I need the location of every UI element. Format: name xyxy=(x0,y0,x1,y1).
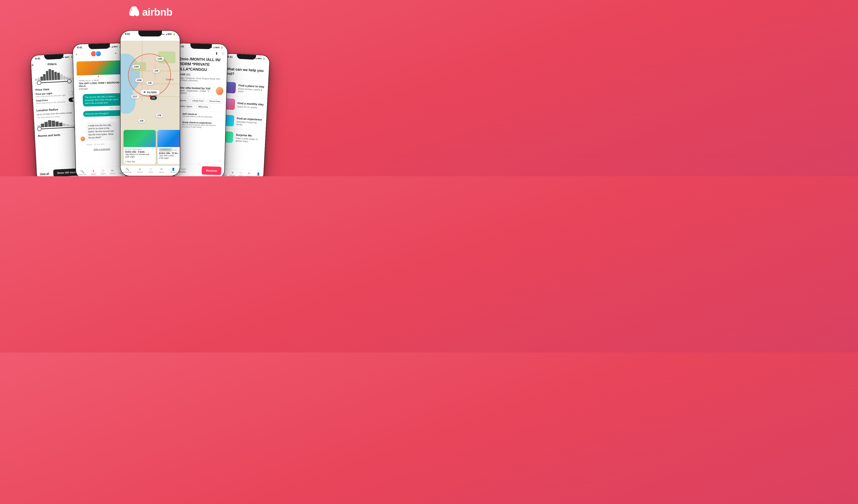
experience-sub: Activities hosted by locals xyxy=(236,120,263,127)
card-name-2: 75% OFF! LONG... xyxy=(159,155,180,157)
phone-notch xyxy=(89,44,110,49)
profile-icon: 👤 xyxy=(172,168,175,171)
great-checkin-sub: 95% of recent guests gave the check-in p… xyxy=(182,124,222,129)
property-info: ENTIRE VILLA · 11 BEDS 75% OFF! LONG TER… xyxy=(77,77,124,92)
nav-profile[interactable]: 👤 PROFILE xyxy=(170,168,177,173)
nav-saved[interactable]: ♥ SAVED xyxy=(137,168,143,173)
price-pin-45[interactable]: £45 xyxy=(146,81,153,85)
nav-saved[interactable]: ♥ SAVED xyxy=(91,169,96,175)
listing-card-image-2 xyxy=(157,130,180,147)
price-range-min-thumb[interactable] xyxy=(37,81,42,85)
location-radius-title: Location Radius xyxy=(36,107,77,112)
received-bubble: I really love the first villa, and it's … xyxy=(86,122,117,141)
message-sent-2: What are your thoughts? xyxy=(83,110,124,117)
listing-card-1[interactable]: ★ 4.45 Kuta Utara Entire villa · 3 beds … xyxy=(124,130,156,164)
price-unit: / night xyxy=(180,168,186,170)
surprise-sub: View a wide range of global stays xyxy=(236,137,262,143)
rating-number: 4.60 xyxy=(180,73,185,76)
nav-trips[interactable]: ⬡ TRIPS xyxy=(148,168,153,173)
reviews-count: (42) xyxy=(186,73,190,76)
price-pin-164[interactable]: £164 xyxy=(132,65,140,69)
chat-avatars xyxy=(91,51,101,57)
saved-icon: ♥ xyxy=(93,169,94,173)
listing-card-image-1 xyxy=(124,130,156,147)
saved-icon: ♥ xyxy=(232,171,233,174)
clear-all-button[interactable]: Clear all xyxy=(40,172,49,175)
map-label-badung: Badung xyxy=(166,78,173,81)
action-icons: ⬆ ♡ xyxy=(215,51,224,55)
tag-pizza-oven[interactable]: Pizza Oven xyxy=(207,99,223,104)
saved-icon: ♥ xyxy=(139,168,141,171)
price-pin-106[interactable]: £106 xyxy=(136,79,143,82)
nav-trips[interactable]: ⬡ TRIPS xyxy=(100,169,106,175)
nav-trips[interactable]: ⬡ TRIPS xyxy=(238,171,243,176)
phone-notch xyxy=(138,31,162,36)
reserve-button[interactable]: Reserve xyxy=(202,166,221,175)
price-pin-39[interactable]: £39 xyxy=(153,69,160,73)
property-card[interactable]: ENTIRE VILLA · 11 BEDS 75% OFF! LONG TER… xyxy=(76,60,124,92)
airbnb-wordmark: airbnb xyxy=(142,6,173,18)
tag-infinity-pool[interactable]: Infinity Pool xyxy=(190,98,206,103)
share-icon[interactable]: ⬆ xyxy=(215,51,218,55)
price-range-track xyxy=(35,81,75,83)
property-image xyxy=(76,60,123,76)
card-price-2: £78/ night xyxy=(159,157,180,159)
rooms-beds-title: Rooms and beds xyxy=(38,132,78,137)
airbnb-logo-icon xyxy=(128,6,139,18)
feature-great-checkin: 🏠 Great check-in experience 95% of recen… xyxy=(173,119,225,131)
add-icon[interactable]: + xyxy=(115,51,117,55)
nav-inbox[interactable]: ✉ INBOX xyxy=(246,172,252,176)
nav-saved[interactable]: ♥ SAVED xyxy=(229,171,236,176)
superhost-badge: SUPERHOST xyxy=(159,148,172,151)
help-item-experience[interactable]: Find an experience Activities hosted by … xyxy=(219,112,267,131)
card-name-1: Villa Nikara a 5 minutes wal... xyxy=(125,153,154,156)
price-pin-78[interactable]: £78 xyxy=(156,114,163,117)
property-rating: ★ 4.60 (42) xyxy=(174,73,227,77)
inbox-icon: ✉ xyxy=(248,172,250,175)
back-button[interactable]: ‹ xyxy=(76,52,77,56)
radius-min-thumb[interactable] xyxy=(37,127,42,131)
nav-inbox[interactable]: ✉ INBOX xyxy=(110,169,115,175)
close-button[interactable]: ✕ xyxy=(31,63,34,67)
nav-explore[interactable]: 🔍 EXPLORE xyxy=(78,169,86,176)
diamond-icon: ♦ xyxy=(125,161,126,163)
feature-checkin: 🔑 Self check-in You can check in with th… xyxy=(173,110,226,120)
price-pin-117[interactable]: £117 xyxy=(131,95,139,98)
receiver-avatar xyxy=(80,136,85,141)
message-received-1: I really love the first villa, and it's … xyxy=(78,120,120,143)
profile-icon: 👤 xyxy=(256,172,260,176)
filters-icon: ⚙ xyxy=(143,91,146,94)
nav-explore[interactable]: 🔍 EXPLORE xyxy=(123,168,131,173)
heart-icon[interactable]: ♡ xyxy=(221,51,224,55)
map-view[interactable]: Badung £164 £165 £106 £45 £39 £117 £41 £… xyxy=(121,41,180,176)
filters-title: Filters xyxy=(48,62,57,66)
price-pin-28[interactable]: £28 xyxy=(138,119,145,123)
property-name: 75% OFF! LONG TERM 7 BEDROOM VILLA. xyxy=(79,81,122,87)
help-item-monthly[interactable]: Find a monthly stay Stays for 4+ weeks xyxy=(220,95,268,114)
card-price-1: £28/ night xyxy=(125,156,154,158)
place-to-stay-sub: Entire homes, rooms & more xyxy=(238,87,265,94)
help-question: What can we help you find? xyxy=(222,66,269,81)
listing-card-2[interactable]: SUPERHOST Kuta Entire villa · 11 be... 7… xyxy=(157,130,180,164)
trips-icon: ⬡ xyxy=(149,168,152,171)
message-time-1: Sent · 14 Jun 2020 xyxy=(77,107,124,110)
phone-map: 9:41 ●●● ▲WiFi 🔋 xyxy=(120,30,180,176)
bottom-nav: 🔍 EXPLORE ♥ SAVED ⬡ TRIPS ✉ INBOX xyxy=(121,166,180,176)
price-range-max-thumb[interactable] xyxy=(67,79,72,83)
help-item-place[interactable]: Find a place to stay Entire homes, rooms… xyxy=(221,79,268,98)
property-location: Canggu, Denpasar, Nusa Tengara Barat, Ba… xyxy=(174,77,226,83)
card-location-1: ★ 4.45 Kuta Utara xyxy=(125,148,154,150)
message-sent-1: The second villa with 11 beds is amazing… xyxy=(83,93,124,107)
tag-bbq-area[interactable]: BBQ Area xyxy=(196,104,210,109)
price-view-title: Price View xyxy=(35,86,76,92)
card-type-2: Entire villa · 11 be... xyxy=(159,152,180,155)
message-time-2: Sent · 14 Jun 2020 xyxy=(78,117,124,120)
nav-inbox[interactable]: ✉ INBOX xyxy=(159,168,164,173)
filters-button[interactable]: ⚙ FILTERS xyxy=(141,90,160,95)
header: airbnb xyxy=(0,0,300,18)
nav-profile[interactable]: 👤 PROFILE xyxy=(254,172,262,176)
avatar-2 xyxy=(95,51,101,57)
location-marker: 📍 xyxy=(148,95,153,99)
phones-container: 9:41 ●●● WiFi 🔋 ✕ Filters xyxy=(0,30,300,176)
price-pin-165[interactable]: £165 xyxy=(156,57,164,61)
